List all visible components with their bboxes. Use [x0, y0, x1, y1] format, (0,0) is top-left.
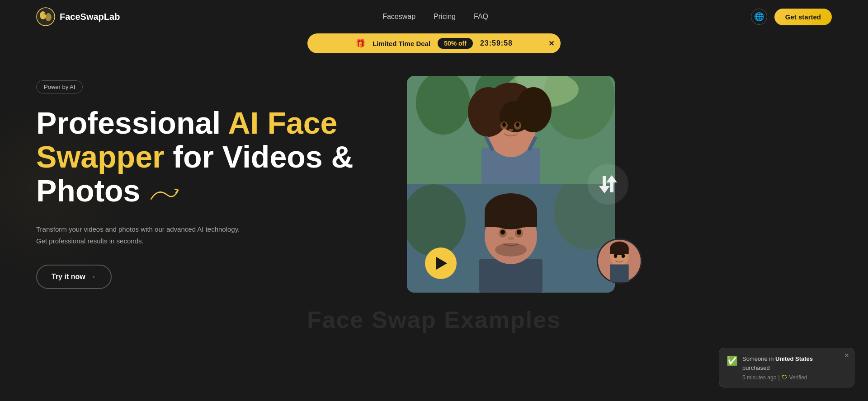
nav-pricing[interactable]: Pricing	[434, 13, 456, 21]
purchase-toast: ✕ ✅ Someone in United States purchased 5…	[719, 348, 854, 387]
svg-point-36	[495, 243, 527, 256]
globe-icon: 🌐	[754, 12, 764, 22]
svg-point-33	[500, 230, 505, 235]
logo[interactable]: FaceSwapLab	[36, 7, 120, 26]
navbar: FaceSwapLab Faceswap Pricing FAQ 🌐 Get s…	[0, 0, 868, 33]
avatar-overlay	[597, 238, 642, 284]
toast-time: 5 minutes ago	[742, 374, 776, 381]
swap-arrows	[588, 164, 628, 205]
swap-icon	[594, 171, 622, 198]
power-badge: Power by AI	[36, 80, 83, 93]
avatar-svg	[598, 240, 641, 282]
banner-text: Limited Time Deal	[373, 40, 430, 47]
face-swap-preview	[407, 76, 615, 293]
play-button[interactable]	[425, 247, 457, 279]
toast-verified-text: Verified	[789, 374, 807, 381]
swap-circle	[588, 164, 628, 205]
svg-rect-30	[485, 211, 537, 227]
toast-separator: |	[778, 374, 779, 381]
hero-description: Transform your videos and photos with ou…	[36, 224, 244, 247]
section-peek-title: Face Swap Examples	[307, 307, 561, 333]
decorative-arrow	[149, 176, 180, 210]
toast-message-prefix: Someone in	[742, 355, 775, 362]
svg-rect-40	[610, 248, 628, 254]
toast-verified-icon: ✅	[726, 355, 738, 366]
nav-faceswap[interactable]: Faceswap	[382, 13, 415, 21]
svg-point-19	[516, 122, 519, 127]
nav-faq[interactable]: FAQ	[474, 13, 488, 21]
get-started-button[interactable]: Get started	[774, 9, 832, 25]
toast-country: United States	[775, 355, 813, 362]
before-image	[407, 76, 615, 184]
discount-badge: 50% off	[438, 38, 473, 49]
nav-links: Faceswap Pricing FAQ	[382, 13, 488, 21]
try-btn-label: Try it now	[52, 273, 85, 281]
hero-title: Professional AI Face Swapper for Videos …	[36, 106, 380, 210]
logo-text: FaceSwapLab	[60, 12, 120, 22]
try-it-now-button[interactable]: Try it now →	[36, 265, 112, 289]
toast-content: Someone in United States purchased 5 min…	[742, 354, 836, 381]
logo-icon	[36, 7, 55, 26]
svg-point-35	[508, 237, 514, 240]
nav-right: 🌐 Get started	[751, 9, 832, 25]
svg-point-43	[622, 254, 625, 257]
gift-icon: 🎁	[355, 38, 365, 48]
svg-point-3	[44, 12, 47, 15]
svg-rect-41	[610, 265, 628, 282]
hero-section: Power by AI Professional AI Face Swapper…	[0, 53, 868, 293]
hero-right	[407, 76, 615, 293]
section-peek: Face Swap Examples	[0, 293, 868, 333]
toast-verified-badge: 🛡	[782, 374, 788, 381]
svg-point-34	[517, 230, 521, 235]
hero-left: Power by AI Professional AI Face Swapper…	[36, 71, 380, 289]
hero-title-part1: Professional	[36, 106, 228, 140]
try-btn-arrow: →	[89, 273, 96, 281]
toast-close-button[interactable]: ✕	[844, 352, 849, 359]
language-button[interactable]: 🌐	[751, 9, 767, 25]
promo-banner: 🎁 Limited Time Deal 50% off 23:59:58 ✕	[307, 33, 561, 53]
svg-point-18	[502, 122, 506, 127]
svg-point-20	[509, 129, 513, 131]
woman-image-svg	[407, 76, 615, 184]
svg-point-42	[614, 254, 618, 257]
countdown-timer: 23:59:58	[480, 39, 513, 47]
banner-close-button[interactable]: ✕	[548, 39, 554, 48]
toast-message-suffix: purchased	[742, 364, 770, 371]
